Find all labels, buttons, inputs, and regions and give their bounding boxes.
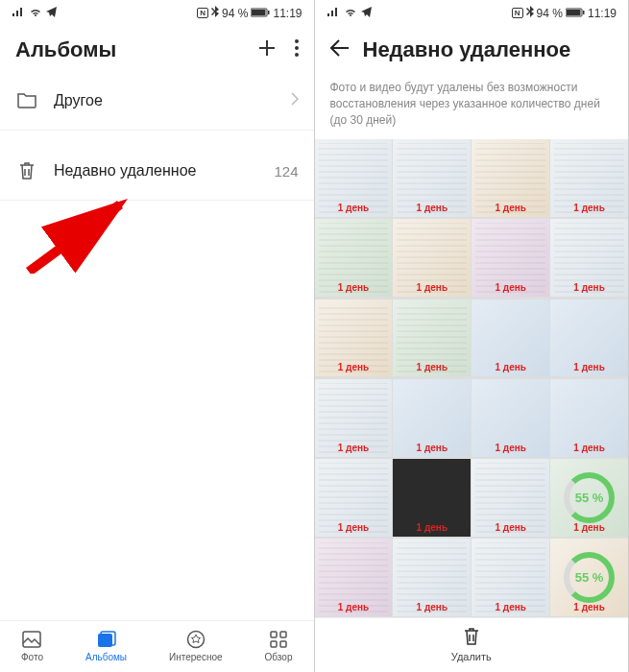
wifi-icon [344, 7, 357, 20]
thumbnail[interactable]: 1 день [550, 300, 628, 377]
nav-albums[interactable]: Альбомы [85, 629, 127, 662]
thumbnail[interactable]: 1 день [315, 300, 393, 377]
thumbnail[interactable]: 1 день [472, 539, 549, 616]
album-row-other[interactable]: Другое [0, 72, 314, 131]
delete-label[interactable]: Удалить [451, 651, 492, 662]
thumbnail[interactable]: 55 %1 день [550, 539, 628, 616]
nav-photos[interactable]: Фото [21, 629, 43, 662]
star-icon [185, 629, 206, 650]
nav-label: Альбомы [85, 652, 127, 662]
wifi-icon [29, 7, 42, 20]
phone-deleted-screen: N 94 % 11:19 Недавно удаленное Фото и ви… [315, 0, 630, 672]
svg-rect-15 [567, 10, 581, 15]
svg-rect-6 [23, 632, 40, 647]
bottom-nav: Фото Альбомы Интересное Обзор [0, 620, 314, 672]
trash-icon [15, 159, 38, 182]
albums-icon [96, 629, 117, 650]
album-row-count: 124 [274, 163, 298, 180]
thumbnail[interactable]: 55 %1 день [550, 459, 628, 537]
svg-rect-13 [280, 641, 286, 647]
deleted-grid[interactable]: 1 день 1 день 1 день 1 день 1 день 1 ден… [315, 139, 629, 617]
thumbnail[interactable]: 1 день [315, 139, 393, 217]
bluetooth-icon [211, 6, 219, 20]
thumbnail[interactable]: 1 день [472, 379, 549, 457]
svg-rect-1 [252, 10, 266, 15]
info-text: Фото и видео будут удалены без возможнос… [315, 72, 629, 139]
telegram-icon [361, 7, 373, 20]
bluetooth-icon [526, 6, 534, 20]
thumbnail[interactable]: 1 день [472, 219, 549, 297]
status-time: 11:19 [273, 7, 302, 20]
thumbnail[interactable]: 1 день [393, 379, 471, 457]
status-time: 11:19 [588, 7, 617, 20]
phone-albums-screen: N 94 % 11:19 Альбомы Другое [0, 0, 315, 672]
deleted-header: Недавно удаленное [315, 24, 629, 72]
thumbnail[interactable]: 1 день [393, 300, 471, 377]
more-icon[interactable] [295, 39, 299, 60]
page-title: Недавно удаленное [363, 37, 571, 62]
svg-rect-10 [271, 632, 277, 637]
grid-icon [268, 629, 289, 650]
nav-interesting[interactable]: Интересное [169, 629, 223, 662]
page-title: Альбомы [15, 37, 116, 62]
thumbnail[interactable]: 1 день [315, 459, 393, 537]
back-icon[interactable] [330, 39, 350, 60]
svg-point-4 [295, 46, 299, 50]
nfc-icon: N [512, 8, 523, 18]
svg-rect-2 [268, 11, 270, 14]
thumbnail[interactable]: 1 день [315, 539, 393, 616]
svg-rect-16 [583, 11, 585, 14]
thumbnail[interactable]: 1 день [315, 379, 393, 457]
thumbnail[interactable]: 1 день [550, 379, 628, 457]
battery-icon [566, 7, 585, 20]
thumbnail[interactable]: 1 день [393, 459, 471, 537]
album-row-label: Недавно удаленное [54, 162, 258, 180]
thumbnail[interactable]: 1 день [550, 219, 628, 297]
annotation-arrow [19, 197, 144, 274]
battery-icon [251, 7, 270, 20]
svg-point-3 [295, 39, 299, 43]
photo-icon [21, 629, 42, 650]
add-icon[interactable] [256, 37, 278, 62]
trash-icon[interactable] [462, 626, 481, 649]
signal-icon [12, 7, 25, 20]
thumbnail[interactable]: 1 день [472, 459, 549, 537]
svg-rect-12 [271, 641, 277, 647]
nav-label: Интересное [169, 652, 223, 662]
album-row-label: Другое [54, 92, 276, 109]
album-row-recently-deleted[interactable]: Недавно удаленное 124 [0, 142, 314, 201]
thumbnail[interactable]: 1 день [550, 139, 628, 217]
thumbnail[interactable]: 1 день [393, 139, 471, 217]
chevron-right-icon [291, 92, 299, 109]
nav-label: Фото [21, 652, 43, 662]
signal-icon [327, 7, 340, 20]
svg-rect-11 [280, 632, 286, 637]
thumbnail[interactable]: 1 день [315, 219, 393, 297]
battery-pct: 94 % [222, 7, 248, 20]
nav-label: Обзор [265, 652, 293, 662]
telegram-icon [46, 7, 58, 20]
svg-point-5 [295, 53, 299, 57]
battery-pct: 94 % [537, 7, 563, 20]
thumbnail[interactable]: 1 день [393, 539, 471, 616]
status-bar: N 94 % 11:19 [315, 0, 629, 24]
delete-bar: Удалить [315, 617, 629, 672]
thumbnail[interactable]: 1 день [472, 300, 549, 377]
status-bar: N 94 % 11:19 [0, 0, 314, 24]
thumbnail[interactable]: 1 день [472, 139, 549, 217]
nav-overview[interactable]: Обзор [265, 629, 293, 662]
albums-header: Альбомы [0, 24, 314, 72]
thumbnail[interactable]: 1 день [393, 219, 471, 297]
nfc-icon: N [197, 8, 208, 18]
folder-icon [15, 89, 38, 112]
